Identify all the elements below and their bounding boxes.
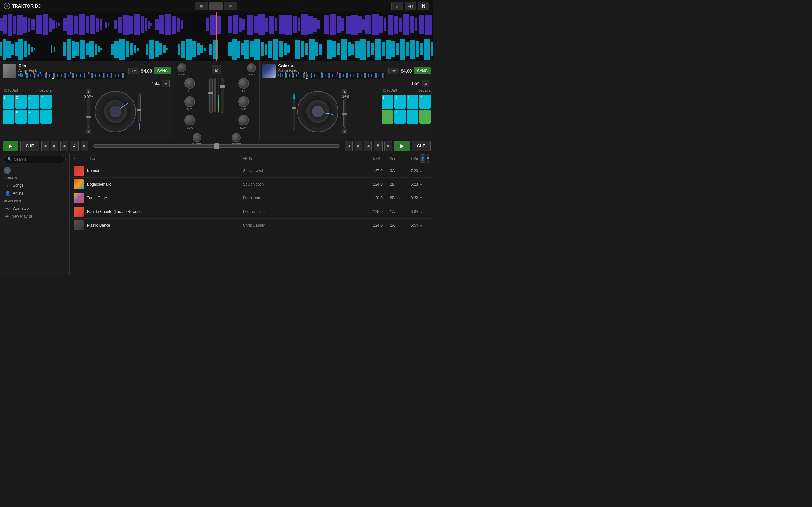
deck-left-pitch-down[interactable]: ▼ (86, 129, 91, 134)
track-row[interactable]: Dognosematic Soulphiction 124.0 2B 6:23 … (70, 178, 433, 191)
hotcue-right-4[interactable]: 4 (419, 95, 431, 109)
mixer-filter-left-knob[interactable] (193, 133, 201, 142)
sidebar-item-warm-up[interactable]: ≡♪ Warm Up (4, 205, 66, 212)
deck-right-cue-btn[interactable]: CUE (412, 141, 431, 151)
track-menu-btn-4[interactable]: ✓ (420, 210, 423, 214)
mixer-low-right-knob[interactable] (238, 115, 249, 125)
hotcue-left-7[interactable]: 7 (28, 110, 39, 124)
mixer-gain-right-knob[interactable] (247, 63, 256, 72)
hotcue-left-5[interactable]: 5 (3, 110, 14, 124)
track-row[interactable]: Plastic Dance Chris Carrier 124.0 2A 5:5… (70, 219, 433, 232)
deck-left-back-btn[interactable]: ◀ (60, 141, 68, 151)
deck-left-headphone-btn[interactable]: ⌀ (162, 80, 170, 88)
col-artist-header[interactable]: ARTIST (243, 157, 358, 160)
deck-left-sync-btn[interactable]: SYNC (154, 67, 171, 74)
waveform-top[interactable] (0, 12, 433, 38)
deck-left-pitch-up[interactable]: ▲ (86, 89, 91, 94)
mixer-ch-fader-left[interactable] (209, 78, 212, 113)
svg-rect-12 (55, 21, 57, 28)
deck-left-turntable[interactable] (95, 91, 136, 132)
mixer-hi-left-knob[interactable] (184, 78, 195, 89)
track-menu-btn-2[interactable]: ≡ (420, 182, 422, 187)
hotcue-right-5[interactable]: 5 (382, 110, 393, 124)
deck-left-pitch-fader[interactable] (87, 99, 90, 128)
mixer-headphone-btn[interactable]: ⌀ (212, 65, 221, 74)
hotcue-left-1[interactable]: 1 (3, 95, 14, 109)
col-bpm-header[interactable]: BPM ↓ (360, 157, 383, 160)
crossfader[interactable] (93, 145, 340, 148)
track-menu-btn-3[interactable]: ≡ (420, 196, 422, 201)
deck-right-controls-right: 2m 94.00 SYNC (388, 67, 431, 74)
delete-label-right[interactable]: DELETE (418, 89, 431, 92)
track-menu-btn-5[interactable]: ≡ (420, 223, 422, 228)
hotcue-right-3[interactable]: 3 (407, 95, 418, 109)
mixer-mid-left-knob[interactable] (184, 96, 195, 107)
track-menu-btn-1[interactable]: ≡ (420, 169, 422, 173)
mixer-gain-left-knob[interactable] (177, 63, 186, 72)
hotcue-right-7[interactable]: 7 (407, 110, 418, 124)
waveform-bottom[interactable] (0, 38, 433, 61)
deck-left: Pils Achim Funk (0, 61, 174, 139)
deck-left-play-btn[interactable]: ▶ (3, 141, 18, 151)
deck-right-sync-btn[interactable]: SYNC (414, 67, 431, 74)
deck-left-fwd-btn[interactable]: ▶ (81, 141, 88, 151)
layout-strip-btn[interactable]: ▭ (224, 2, 237, 10)
deck-right-channel-fader[interactable] (293, 101, 295, 130)
hotcue-left-8[interactable]: 8 (40, 110, 52, 124)
search-row[interactable]: 🔍 (4, 156, 66, 163)
track-row[interactable]: No more Spacetravel 127.0 3A 7:20 ≡ (70, 164, 433, 178)
volume-icon-btn[interactable]: ◀) (405, 2, 416, 10)
hotcue-right-8[interactable]: 8 (419, 110, 431, 124)
new-playlist-btn[interactable]: ⊕ New Playlist (4, 212, 66, 221)
hotcue-right-6[interactable]: 6 (394, 110, 406, 124)
deck-left-loop-prev[interactable]: ◀ (41, 141, 49, 151)
hotcue-left-3[interactable]: 3 (28, 95, 39, 109)
sidebar-item-songs[interactable]: ♪ Songs (4, 181, 66, 189)
deck-right-fwd-btn[interactable]: ▶ (385, 141, 392, 151)
svg-rect-222 (332, 74, 333, 77)
deck-right-mini-waveform[interactable] (278, 72, 386, 78)
col-title-header[interactable]: TITLE (87, 157, 241, 160)
hotcue-left-2[interactable]: 2 (15, 95, 27, 109)
mixer-mid-right-knob[interactable] (238, 96, 249, 107)
deck-left-loop-next[interactable]: ▶ (51, 141, 58, 151)
hotcue-right-1[interactable]: 1 (382, 95, 393, 109)
deck-right-pitch-fader[interactable] (343, 99, 346, 128)
deck-left-mini-waveform[interactable] (18, 72, 126, 78)
layout-grid-btn[interactable]: ▦ (195, 2, 208, 10)
music-icon-btn[interactable]: ♪ (392, 2, 403, 10)
mixer-hi-right-knob[interactable] (238, 78, 249, 89)
deck-right-turntable[interactable] (297, 91, 339, 132)
filter-icon[interactable]: ≡ (73, 157, 75, 160)
list-options-btn[interactable]: ≡ (426, 154, 429, 163)
hotcue-left-4[interactable]: 4 (40, 95, 52, 109)
track-row[interactable]: Turtle Gone Dimbiman 120.0 8B 9:32 ≡ (70, 191, 433, 205)
deck-right-headphone-btn[interactable]: ⌀ (422, 80, 429, 88)
svg-rect-28 (134, 14, 140, 36)
deck-right-back-btn[interactable]: ◀ (364, 141, 372, 151)
deck-right-loop-prev[interactable]: ◀ (345, 141, 353, 151)
deck-left-cue-btn[interactable]: CUE (20, 141, 39, 151)
col-time-header[interactable]: TIME (402, 157, 418, 160)
svg-rect-139 (287, 45, 290, 53)
list-view-btn[interactable]: 👤 (420, 154, 425, 163)
n-icon-btn[interactable]: N (418, 2, 429, 10)
deck-right-play-btn[interactable]: ▶ (394, 141, 410, 151)
mixer-filter-right-knob[interactable] (232, 133, 241, 142)
mixer-low-left-knob[interactable] (184, 115, 195, 125)
deck-right-pitch-down[interactable]: ▼ (342, 129, 347, 134)
track-row[interactable]: Eau de Chanté (Tuccilo Rework) Delicious… (70, 205, 433, 219)
deck-right-loop-next[interactable]: ▶ (355, 141, 362, 151)
delete-label-left[interactable]: DELETE (39, 89, 52, 92)
hotcue-left-6[interactable]: 6 (15, 110, 27, 124)
hotcue-right-2[interactable]: 2 (394, 95, 406, 109)
mixer-ch-fader-right[interactable] (221, 78, 224, 113)
svg-rect-238 (292, 72, 293, 74)
search-input[interactable] (14, 157, 62, 162)
sidebar-profile-icon: 👤 (4, 167, 11, 174)
sidebar-item-artists[interactable]: 👤 Artists (4, 189, 66, 197)
deck-left-channel-fader[interactable] (138, 94, 141, 122)
layout-wave-btn[interactable]: ⊟ (209, 2, 223, 10)
col-key-header[interactable]: KEY (385, 157, 400, 160)
deck-right-pitch-up[interactable]: ▲ (342, 89, 347, 94)
